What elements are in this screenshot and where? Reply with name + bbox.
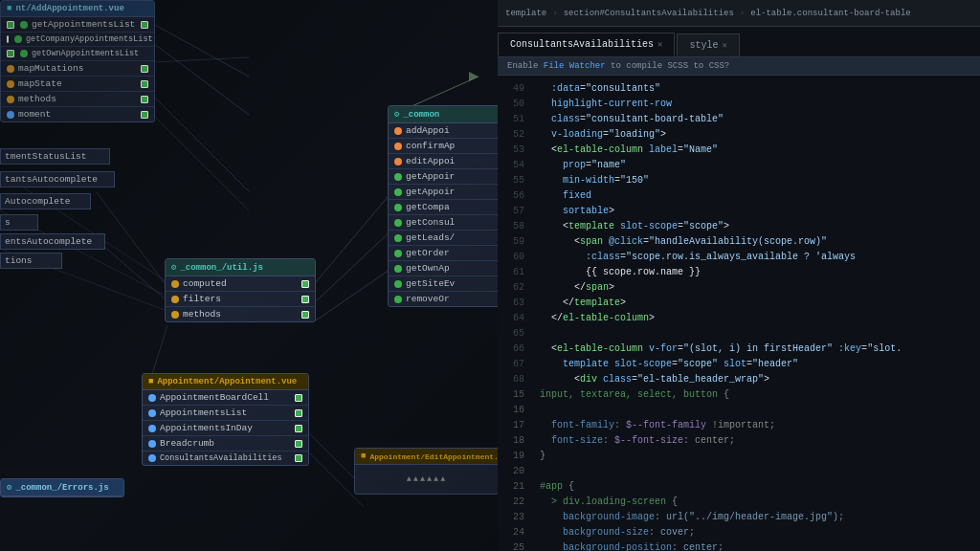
row-label: AppointmentsInDay xyxy=(160,423,253,433)
node-header: ■ nt/AddAppointment.vue xyxy=(1,1,154,17)
code-line: } xyxy=(540,449,972,464)
code-line: font-size: $--font-size: center; xyxy=(540,433,972,449)
svg-line-5 xyxy=(316,268,392,320)
code-line: background-image: url("../img/header-ima… xyxy=(540,510,972,525)
node-common-mid: ⚙ _common addAppoi confirmAp editAppoi g… xyxy=(388,105,498,307)
node-row: getCompa xyxy=(389,200,498,215)
code-content: :data="consultants" highlight-current-ro… xyxy=(532,76,980,551)
tab-close-icon[interactable]: ✕ xyxy=(657,39,662,50)
partial-label-6: tions xyxy=(0,253,62,269)
row-label: getAppoir xyxy=(406,187,455,197)
row-label: getConsul xyxy=(406,217,455,228)
row-label: confirmAp xyxy=(406,141,455,151)
port xyxy=(295,425,302,432)
partial-label-5: entsAutocomplete xyxy=(0,233,105,250)
node-row: Breadcrumb xyxy=(143,436,308,452)
row-label: addAppoi xyxy=(406,125,450,136)
dot-icon xyxy=(148,409,156,417)
breadcrumb-part-2: section#ConsultantsAvailabilities xyxy=(564,9,734,18)
port xyxy=(295,454,302,462)
breadcrumb-sep: › xyxy=(552,9,557,18)
dot-icon xyxy=(148,425,156,432)
tab-label: style xyxy=(689,40,718,51)
node-title: _common_/util.js xyxy=(180,263,262,273)
code-line: <span @click="handleAvailability(scope.r… xyxy=(540,234,972,250)
file-watcher-link[interactable]: File Watcher xyxy=(544,61,606,71)
tab-close-icon[interactable]: ✕ xyxy=(722,40,726,51)
port xyxy=(7,50,14,57)
dot-icon xyxy=(394,188,402,196)
code-line: font-family: $--font-family !important; xyxy=(540,418,972,433)
row-label: ConsultantsAvailabilities xyxy=(160,453,282,463)
row-label: Breadcrumb xyxy=(160,438,214,449)
row-label: getOwnAppointmentsList xyxy=(32,49,139,58)
code-line: </span> xyxy=(540,280,972,296)
node-row: computed xyxy=(166,276,315,292)
port xyxy=(141,65,148,73)
dots-label: ▲▲▲▲▲▲ xyxy=(355,465,498,494)
code-line: {{ scope.row.name }} xyxy=(540,265,972,280)
port xyxy=(301,311,309,319)
code-line: prop="name" xyxy=(540,158,972,173)
code-editor: 49 50 51 52 53 54 55 56 57 58 59 60 61 6… xyxy=(498,76,980,551)
row-label: getAppointmentsList xyxy=(32,19,135,30)
tab-style[interactable]: style ✕ xyxy=(677,33,739,56)
dot-icon xyxy=(394,158,402,165)
row-label: getCompa xyxy=(406,202,450,212)
dot-icon xyxy=(148,394,156,402)
code-line: input, textarea, select, button { xyxy=(540,387,972,403)
code-line xyxy=(540,326,972,342)
line-numbers: 49 50 51 52 53 54 55 56 57 58 59 60 61 6… xyxy=(498,76,532,551)
node-row: removeOr xyxy=(389,292,498,306)
node-row: filters xyxy=(166,292,315,307)
code-line: background-position: center; xyxy=(540,540,972,551)
port xyxy=(141,111,148,119)
port xyxy=(7,21,14,29)
partial-label-2: tantsAutocomplete xyxy=(0,171,115,187)
port xyxy=(141,80,148,88)
node-title: nt/AddAppointment.vue xyxy=(15,4,123,13)
node-row: getOrder xyxy=(389,246,498,261)
dot-icon xyxy=(20,21,28,29)
node-row: AppointmentsInDay xyxy=(143,421,308,436)
row-label: getLeads/ xyxy=(406,232,455,243)
dot-icon xyxy=(394,234,402,242)
node-row: getLeads/ xyxy=(389,231,498,246)
svg-line-0 xyxy=(153,24,249,77)
row-label: getOwnAp xyxy=(406,263,450,274)
node-appointment: ■ Appointment/Appointment.vue Appointmen… xyxy=(142,373,309,466)
port xyxy=(301,280,309,288)
scss-bar: Enable File Watcher to compile SCSS to C… xyxy=(498,57,980,76)
diagram-panel: ■ nt/AddAppointment.vue getAppointmentsL… xyxy=(0,0,498,551)
node-row: methods xyxy=(166,307,315,321)
code-line: :class="scope.row.is_always_available ? … xyxy=(540,250,972,265)
dot-icon xyxy=(394,250,402,257)
node-row: AppointmentsList xyxy=(143,406,308,421)
breadcrumb-sep: › xyxy=(740,9,745,18)
node-row: editAppoi xyxy=(389,154,498,169)
code-line: min-width="150" xyxy=(540,173,972,188)
code-line: highlight-current-row xyxy=(540,97,972,112)
code-line: </template> xyxy=(540,296,972,311)
node-row: mapState xyxy=(1,77,154,92)
port xyxy=(301,296,309,303)
svg-line-14 xyxy=(153,96,249,191)
svg-line-4 xyxy=(316,230,392,301)
code-line: v-loading="loading"> xyxy=(540,127,972,143)
node-title: Appointment/EditAppointment.vue xyxy=(369,452,498,461)
node-row: getOwnAp xyxy=(389,261,498,276)
port xyxy=(295,440,302,448)
row-label: getAppoir xyxy=(406,171,455,182)
dot-icon xyxy=(7,80,14,88)
dot-icon xyxy=(171,311,179,319)
row-label: methods xyxy=(183,309,221,320)
svg-line-3 xyxy=(316,191,392,282)
tab-consultants-availabilities[interactable]: ConsultantsAvailabilities ✕ xyxy=(498,33,675,56)
port xyxy=(141,21,148,29)
dot-icon xyxy=(394,265,402,273)
partial-label-3: Autocomplete xyxy=(0,193,91,209)
node-header: ⚙ _common xyxy=(389,106,498,123)
port xyxy=(295,409,302,417)
node-row: getSiteEv xyxy=(389,276,498,292)
node-header: ⚙ _common_/Errors.js xyxy=(1,479,123,496)
